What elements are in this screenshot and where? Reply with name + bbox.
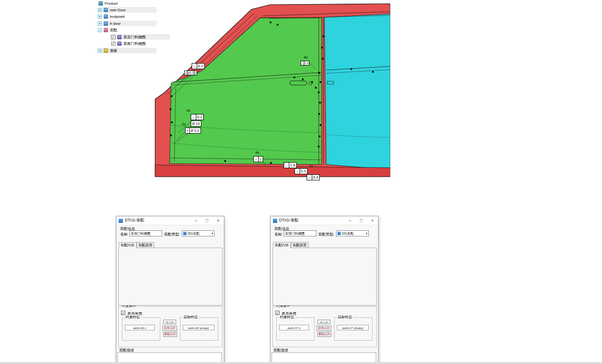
maximize-button[interactable]: □ (356, 216, 367, 225)
gdt-value: 0.2 (197, 64, 204, 69)
app-icon (119, 219, 123, 223)
type-value: 321装配 (342, 231, 354, 236)
maximize-button[interactable]: □ (201, 216, 213, 225)
tree-item-front-door-assembly[interactable]: 装前门到侧围 (123, 41, 146, 46)
count-label: 2x (309, 164, 313, 168)
tree-row-measure[interactable]: + 测量 (96, 47, 157, 54)
gdt-symbol: ⌓ (254, 157, 259, 162)
constraint-point-item[interactable]: point-17 y (279, 325, 309, 330)
gdt-symbol: ⌓ (301, 61, 304, 65)
gdt-callout: ⌓ 1 (253, 156, 263, 162)
tree-item-measure[interactable]: 测量 (110, 48, 117, 53)
gdt-symbol: ⌓ (295, 169, 300, 174)
tab-assembly-content[interactable]: 装配内容 (273, 242, 291, 248)
dialog-titlebar[interactable]: DTAS-装配 – □ × (116, 216, 224, 225)
count-label: 6x (304, 55, 308, 59)
tree-item-product[interactable]: Product (105, 1, 118, 6)
tab-panel (272, 248, 377, 306)
dialog-title: DTAS-装配 (279, 218, 344, 223)
diameter-callout: Ø 10 (191, 121, 201, 127)
tree-row-product[interactable]: Product (96, 0, 158, 7)
tab-assembly-settings[interactable]: 装配设置 (136, 242, 154, 248)
gdt-callout: ⌓ 0.2 (191, 114, 204, 120)
cad-viewport[interactable]: ⌓ 0.2 ⌖ Ø0.2 A 6x ⌓ 0.8 4x ⌓ 0.2 1x Ø 10… (154, 3, 390, 181)
model-tree: Product + rear Door + bodysaid + fr door… (96, 0, 155, 55)
group-label: 目标特征 (183, 315, 199, 320)
use-checkbox[interactable]: ✓ (121, 311, 125, 315)
use-checkbox[interactable]: ✓ (275, 311, 280, 315)
part-icon (104, 14, 108, 19)
gdt-callout: ⌓ 0.4 (307, 174, 320, 180)
type-label: 装配类型: (318, 232, 334, 237)
minimize-button[interactable]: – (190, 216, 201, 225)
gdt-callout: ⌖ Ø 0.2 (185, 128, 201, 134)
count-label: 1x (182, 122, 186, 126)
gdt-symbol: ⌓ (307, 175, 312, 180)
gdt-symbol: ⌓ (191, 114, 196, 120)
group-label: 目标特征 (337, 315, 353, 320)
screen-bottom-edge (0, 362, 602, 364)
tree-item-rear-door-assembly[interactable]: 装后门到侧围 (123, 35, 146, 40)
tab-assembly-content[interactable]: 装配内容 (119, 242, 136, 248)
tab-panel (118, 248, 222, 306)
add-point-pair-button[interactable]: 添加点对 (316, 326, 331, 331)
count-label: 4x (186, 108, 190, 113)
assembly-type-select[interactable]: 321装配 ▾ (336, 230, 369, 236)
tree-row-fr-door[interactable]: + fr door (96, 20, 157, 27)
add-point-pair-button[interactable]: 添加点对 (162, 326, 177, 331)
tree-item-fr-door[interactable]: fr door (110, 21, 121, 26)
tree-item-assembly[interactable]: 装配 (110, 28, 117, 33)
tree-row-assembly[interactable]: - 装配 (96, 27, 157, 33)
collapse-icon[interactable]: - (98, 28, 102, 32)
target-point-item[interactable]: point-17 y(copy) (337, 325, 369, 330)
expand-icon[interactable]: + (98, 14, 102, 19)
tree-item-rear-door[interactable]: rear Door (110, 8, 126, 12)
desktop: Product + rear Door + bodysaid + fr door… (0, 0, 602, 364)
delete-point-pair-button[interactable]: 删除点对 (317, 332, 331, 337)
gdt-callout: ⌓ 1.6 (284, 162, 297, 168)
gdt-symbol: ⌖ (186, 128, 190, 133)
gdt-value: Ø 10 (191, 121, 201, 126)
group-label: 约束特征 (125, 315, 141, 320)
chevron-down-icon: ▾ (366, 232, 367, 236)
tree-row-rear-door[interactable]: + rear Door (96, 7, 157, 13)
type-icon (183, 232, 186, 235)
part-icon (104, 21, 108, 26)
app-icon (273, 219, 277, 223)
type-icon (337, 232, 341, 235)
dialog-titlebar[interactable]: DTAS-装配 – □ × (271, 216, 378, 225)
transfer-button[interactable]: <----> (317, 320, 330, 324)
gdt-callout: ⌓ 0.5 (294, 168, 308, 174)
expand-icon[interactable]: + (98, 49, 102, 53)
chevron-down-icon: ▾ (211, 232, 213, 236)
gdt-value: 0.5 (300, 169, 307, 174)
gdt-value: 0.2 (196, 114, 203, 120)
gdt-value: Ø 0.2 (190, 128, 201, 133)
name-input[interactable] (129, 230, 162, 236)
tree-item-bodysaid[interactable]: bodysaid (110, 14, 125, 19)
gdt-value: 0.8 (304, 61, 309, 65)
transfer-button[interactable]: <----> (163, 320, 176, 324)
expand-icon[interactable]: + (98, 8, 102, 12)
constraint-point-item[interactable]: point-22 y (125, 325, 155, 330)
tree-checkbox[interactable]: ✓ (111, 35, 115, 39)
tree-row-bodysaid[interactable]: + bodysaid (96, 13, 157, 20)
gdt-callout: ⌓ 0.2 (192, 63, 205, 69)
tab-assembly-settings[interactable]: 装配设置 (291, 242, 308, 248)
group-label: 约束特征 (279, 315, 295, 320)
target-point-item[interactable]: point-22 y(copy) (183, 325, 215, 330)
car-body-drawing (154, 3, 390, 181)
expand-icon[interactable]: + (98, 21, 102, 26)
delete-point-pair-button[interactable]: 删除点对 (163, 332, 177, 337)
product-icon (99, 1, 103, 6)
assembly-type-select[interactable]: 321装配 ▾ (182, 230, 215, 236)
close-button[interactable]: × (367, 216, 378, 225)
gdt-datum: A (194, 71, 197, 75)
minimize-button[interactable]: – (344, 216, 356, 225)
gdt-value: 1 (259, 157, 263, 162)
gdt-value: 0.4 (312, 175, 319, 180)
tree-checkbox[interactable]: ✓ (111, 42, 115, 46)
gdt-callout: ⌓ 0.8 (301, 61, 309, 65)
name-input[interactable] (284, 230, 316, 236)
close-button[interactable]: × (213, 216, 224, 225)
